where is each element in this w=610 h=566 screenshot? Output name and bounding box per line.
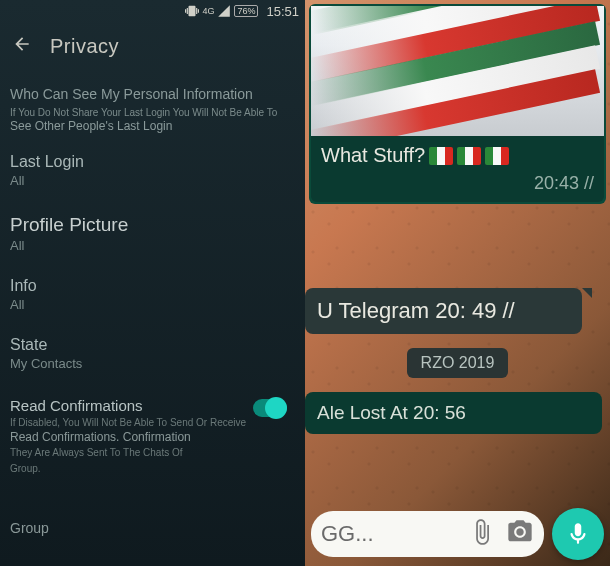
header: Privacy <box>0 22 305 70</box>
settings-content: Who Can See My Personal Information If Y… <box>0 70 305 536</box>
msg1-text: What Stuff? <box>321 144 425 167</box>
privacy-settings-panel: 4G 76% 15:51 Privacy Who Can See My Pers… <box>0 0 305 566</box>
read-confirmations-setting: Read Confirmations If Disabled, You Will… <box>10 397 295 476</box>
back-icon[interactable] <box>12 34 32 58</box>
profile-picture-label: Profile Picture <box>10 214 295 236</box>
attach-icon[interactable] <box>468 518 496 550</box>
last-login-value: All <box>10 173 295 188</box>
input-placeholder: GG... <box>321 521 458 547</box>
msg3-text: Ale Lost At 20: 56 <box>317 402 466 423</box>
msg-bubble-1: What Stuff? 20:43 // <box>311 136 604 202</box>
rc-desc-4: Group. <box>10 462 250 476</box>
msg1-time: 20:43 // <box>321 173 594 194</box>
read-confirmations-toggle[interactable] <box>253 399 287 417</box>
vibrate-icon <box>185 4 199 18</box>
status-bar: 4G 76% 15:51 <box>0 0 305 22</box>
message-input[interactable]: GG... <box>311 511 544 557</box>
msg2-text: U Telegram 20: 49 // <box>317 298 515 323</box>
rc-desc-2: Read Confirmations. Confirmation <box>10 430 295 444</box>
profile-picture-value: All <box>10 238 295 253</box>
last-login-label: Last Login <box>10 153 295 171</box>
signal-icon <box>217 4 231 18</box>
mic-button[interactable] <box>552 508 604 560</box>
state-value: My Contacts <box>10 356 295 371</box>
personal-info-note: If You Do Not Share Your Last Login You … <box>10 106 295 119</box>
page-title: Privacy <box>50 35 119 58</box>
outgoing-message[interactable]: Ale Lost At 20: 56 <box>305 392 602 434</box>
last-login-setting[interactable]: Last Login All <box>10 153 295 188</box>
group-section[interactable]: Group <box>10 520 295 536</box>
tricolor-image <box>311 6 604 136</box>
chat-content: What Stuff? 20:43 // U Telegram 20: 49 /… <box>305 0 610 566</box>
network-label: 4G <box>202 6 214 16</box>
state-label: State <box>10 336 295 354</box>
state-setting[interactable]: State My Contacts <box>10 336 295 371</box>
input-bar: GG... <box>305 502 610 566</box>
flag-icon <box>485 147 509 165</box>
profile-picture-setting[interactable]: Profile Picture All <box>10 214 295 253</box>
personal-info-note-2: See Other People's Last Login <box>10 119 295 133</box>
chat-panel: What Stuff? 20:43 // U Telegram 20: 49 /… <box>305 0 610 566</box>
rc-desc-1: If Disabled, You Will Not Be Able To Sen… <box>10 416 250 430</box>
battery-label: 76% <box>234 5 258 17</box>
image-message[interactable]: What Stuff? 20:43 // <box>309 4 606 204</box>
flag-icon <box>457 147 481 165</box>
info-label: Info <box>10 277 295 295</box>
camera-icon[interactable] <box>506 518 534 550</box>
info-value: All <box>10 297 295 312</box>
personal-info-header: Who Can See My Personal Information <box>10 86 295 102</box>
clock: 15:51 <box>266 4 299 19</box>
flag-icon <box>429 147 453 165</box>
info-setting[interactable]: Info All <box>10 277 295 312</box>
rc-desc-3: They Are Always Sent To The Chats Of <box>10 446 250 460</box>
incoming-message[interactable]: U Telegram 20: 49 // <box>305 288 582 334</box>
date-badge: RZO 2019 <box>407 348 509 378</box>
